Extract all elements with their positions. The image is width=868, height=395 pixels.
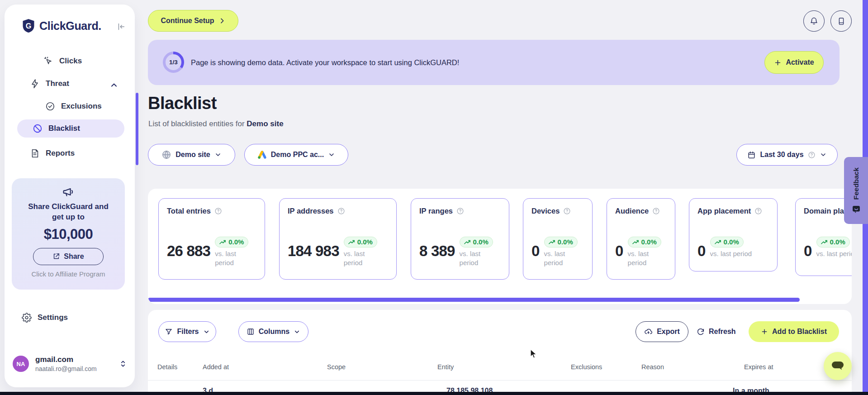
notifications-button[interactable] (803, 10, 825, 32)
brand-logo[interactable]: G ClickGuard. (22, 18, 101, 33)
account-switcher[interactable]: NA gmail.com naatali.ro@gmail.com (13, 355, 127, 372)
brand-name: ClickGuard. (39, 19, 101, 33)
page-title: Blacklist (148, 94, 217, 113)
shield-logo-icon: G (22, 18, 35, 33)
help-circle-icon[interactable] (563, 207, 571, 215)
plus-icon (761, 328, 768, 335)
col-header-details[interactable]: Details (157, 363, 177, 371)
sidebar-item-label: Reports (46, 149, 75, 158)
continue-setup-button[interactable]: Continue Setup (148, 10, 238, 32)
subtitle-site-name: Demo site (247, 119, 283, 128)
delta-badge: 0.0% (460, 237, 493, 247)
help-circle-icon[interactable] (456, 207, 464, 215)
col-header-exclusions[interactable]: Exclusions (571, 363, 602, 371)
sidebar-item-label: Clicks (59, 57, 82, 66)
col-header-scope[interactable]: Scope (327, 363, 346, 371)
col-header-entity[interactable]: Entity (437, 363, 454, 371)
cloud-download-icon (644, 328, 653, 336)
docs-button[interactable] (830, 10, 852, 32)
sidebar-item-settings[interactable]: Settings (22, 313, 68, 323)
badge-check-icon (45, 101, 55, 111)
chevron-right-icon (218, 17, 226, 24)
trending-up-icon (715, 239, 721, 245)
sidebar-item-label: Settings (38, 313, 68, 322)
refresh-button[interactable]: Refresh (697, 321, 736, 342)
sidebar-item-threat[interactable]: Threat (30, 79, 69, 89)
ban-icon (33, 124, 43, 133)
stat-card-ip-ranges: IP ranges 8 389 0.0% vs. last period (411, 198, 509, 280)
cursor-click-icon (43, 56, 53, 66)
row-entity: 78.185.98.108 (446, 387, 493, 392)
trending-up-icon (219, 239, 226, 245)
stat-card-domain-placement: Domain pla... 0 0.0% vs. last period (795, 198, 852, 276)
sidebar-item-reports[interactable]: Reports (30, 148, 75, 158)
chat-launcher-button[interactable] (824, 352, 852, 380)
date-range-selector[interactable]: Last 30 days (736, 144, 838, 166)
stat-card-devices: Devices 0 0.0% vs. last period (523, 198, 593, 280)
sidebar-item-label: Threat (46, 79, 69, 88)
columns-button[interactable]: Columns (238, 321, 308, 342)
activate-button[interactable]: Activate (764, 51, 824, 74)
vs-last-period: vs. last period (710, 249, 760, 258)
stat-value: 0 (531, 243, 540, 260)
export-button[interactable]: Export (636, 321, 688, 342)
help-circle-icon[interactable] (337, 207, 345, 215)
delta-badge: 0.0% (544, 237, 578, 247)
stat-value: 26 883 (167, 243, 210, 260)
account-name: gmail.com (35, 355, 113, 364)
help-circle-icon[interactable] (214, 207, 222, 215)
filters-button[interactable]: Filters (158, 321, 216, 342)
sidebar-scrollbar[interactable] (136, 93, 138, 165)
horizontal-scrollbar[interactable] (148, 298, 800, 302)
sidebar-item-clicks[interactable]: Clicks (43, 56, 82, 66)
chevron-down-icon (214, 151, 222, 158)
delta-badge: 0.0% (344, 237, 377, 247)
feedback-tab[interactable]: Feedback (844, 157, 868, 224)
delta-badge: 0.0% (710, 237, 744, 247)
chevron-down-icon (294, 328, 300, 335)
google-ads-icon (257, 150, 267, 160)
banner-message: Page is showing demo data. Activate your… (191, 58, 459, 67)
sidebar-item-label: Exclusions (61, 102, 102, 111)
promo-text: Share ClickGuard and get up to (12, 202, 125, 223)
trending-up-icon (464, 239, 471, 245)
svg-text:G: G (26, 22, 32, 30)
col-header-added-at[interactable]: Added at (203, 363, 229, 371)
external-link-icon (52, 252, 60, 260)
chevron-down-icon (820, 151, 827, 158)
book-icon (837, 17, 846, 26)
stat-value: 0 (697, 243, 706, 260)
add-to-blacklist-button[interactable]: Add to Blacklist (749, 321, 839, 342)
delta-badge: 0.0% (215, 237, 248, 247)
table-divider (148, 380, 852, 381)
sidebar-item-blacklist[interactable]: Blacklist (17, 119, 124, 138)
sidebar-item-exclusions[interactable]: Exclusions (45, 101, 102, 111)
stat-value: 0 (804, 243, 812, 260)
chevron-up-icon[interactable] (109, 81, 119, 90)
affiliate-promo-card[interactable]: Share ClickGuard and get up to $10,000 S… (12, 178, 125, 290)
help-circle-icon[interactable] (754, 207, 762, 215)
stat-card-total-entries: Total entries 26 883 0.0% vs. last perio… (158, 198, 265, 280)
calendar-icon (747, 151, 756, 159)
chat-bubble-icon (830, 360, 845, 372)
share-button[interactable]: Share (33, 248, 104, 265)
row-expires-at: In a month (733, 387, 769, 392)
clickguard-app: G ClickGuard. Clicks Th (0, 0, 868, 395)
sidebar-collapse-icon[interactable] (116, 22, 126, 32)
select-chevrons-icon (119, 360, 127, 368)
col-header-reason[interactable]: Reason (641, 363, 664, 371)
vs-last-period: vs. last period (460, 249, 487, 267)
site-selector[interactable]: Demo site (148, 144, 235, 166)
stat-card-ip-addresses: IP addresses 184 983 0.0% vs. last perio… (279, 198, 397, 280)
ppc-account-selector[interactable]: Demo PPC ac... (244, 144, 348, 166)
col-header-expires-at[interactable]: Expires at (744, 363, 773, 371)
globe-icon (161, 150, 171, 160)
row-added-at: 3 d (203, 387, 213, 392)
help-circle-icon[interactable] (652, 207, 660, 215)
page-subtitle: List of blacklisted entities for Demo si… (148, 119, 284, 128)
document-icon (30, 148, 40, 158)
trending-up-icon (549, 239, 555, 245)
feedback-smiley-icon (852, 205, 861, 214)
affiliate-link[interactable]: Click to Affiliate Program (12, 270, 125, 278)
vs-last-period: vs. last period (628, 249, 655, 267)
